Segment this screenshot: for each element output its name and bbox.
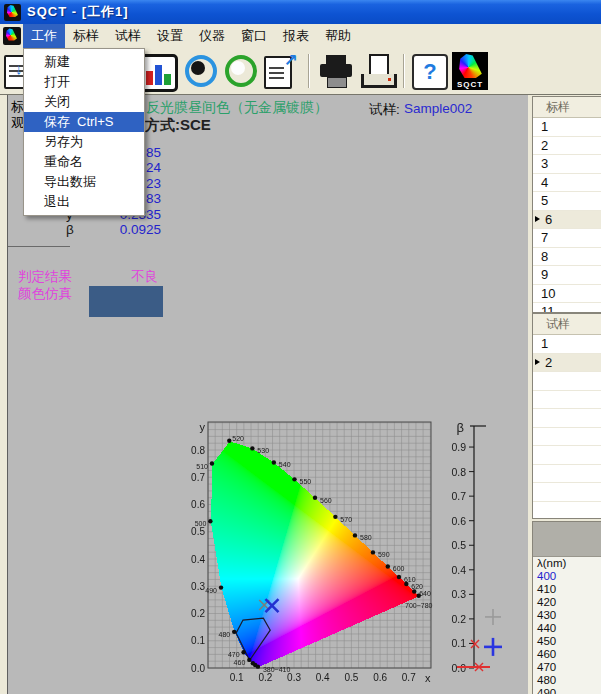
target-sample-icon[interactable]	[222, 52, 258, 90]
empty-row[interactable]	[533, 409, 601, 428]
table-row[interactable]: 7	[533, 229, 601, 248]
wavelength-row[interactable]: 440	[533, 622, 601, 635]
menubar-item-help[interactable]: 帮助	[317, 24, 359, 48]
window-title: SQCT - [工作1]	[27, 3, 129, 21]
wavelength-row[interactable]: 450	[533, 635, 601, 648]
bar-chart-icon[interactable]	[140, 54, 178, 92]
svg-text:530: 530	[257, 447, 269, 454]
svg-text:700~780: 700~780	[405, 602, 433, 609]
empty-row[interactable]	[533, 372, 601, 391]
menu-dropdown-work: 新建打开关闭保存Ctrl+S另存为重命名导出数据退出	[23, 48, 145, 216]
table-row[interactable]: 1	[533, 118, 601, 137]
svg-text:0.6: 0.6	[451, 515, 466, 527]
blue-bar	[155, 65, 162, 85]
cie-logo-shape	[6, 5, 19, 18]
child-window-icon[interactable]	[3, 27, 21, 45]
table-row[interactable]: 9	[533, 266, 601, 285]
print-icon[interactable]	[317, 52, 355, 90]
svg-text:0.2: 0.2	[451, 613, 466, 625]
cie-logo-shape	[457, 53, 484, 79]
current-row-marker-icon	[535, 216, 540, 222]
menu-item-new[interactable]: 新建	[24, 52, 144, 72]
menubar-item-window[interactable]: 窗口	[233, 24, 275, 48]
menubar-item-report[interactable]: 报表	[275, 24, 317, 48]
wavelength-list: λ(nm)400410420430440450460470480490	[533, 557, 601, 694]
standard-sample-table: 标样1234567891011	[532, 96, 601, 313]
table-row[interactable]: 2	[533, 354, 601, 373]
table-row[interactable]: 11	[533, 303, 601, 313]
wavelength-row[interactable]: 480	[533, 674, 601, 687]
menubar-item-instrument[interactable]: 仪器	[191, 24, 233, 48]
menu-item-exit[interactable]: 退出	[24, 192, 144, 212]
white-center-dot	[231, 61, 245, 75]
table-row[interactable]: 1	[533, 335, 601, 354]
wavelength-row[interactable]: 430	[533, 609, 601, 622]
menu-item-save[interactable]: 保存Ctrl+S	[24, 112, 144, 132]
menu-item-export-data[interactable]: 导出数据	[24, 172, 144, 192]
svg-text:510: 510	[196, 463, 208, 470]
svg-text:0.4: 0.4	[316, 672, 330, 683]
green-bar	[164, 74, 171, 85]
empty-row[interactable]	[533, 428, 601, 447]
mode-text: 方式:SCE	[145, 116, 211, 135]
blue-arrow-down: ↓	[15, 60, 23, 77]
svg-text:620: 620	[411, 583, 423, 590]
wavelength-row[interactable]: 470	[533, 661, 601, 674]
export-report-icon[interactable]: ↗	[261, 52, 299, 90]
menu-item-label: 新建	[44, 54, 70, 69]
menubar-item-sample[interactable]: 试样	[107, 24, 149, 48]
wavelength-header: λ(nm)	[533, 557, 601, 570]
row-number: 3	[541, 156, 548, 171]
table-row[interactable]: 5	[533, 192, 601, 211]
table-row[interactable]: 6	[533, 211, 601, 230]
menubar-item-standard[interactable]: 标样	[65, 24, 107, 48]
wavelength-row[interactable]: 400	[533, 570, 601, 583]
value-label: β	[66, 222, 74, 237]
help-icon[interactable]: ?	[412, 54, 448, 90]
print-preview-icon[interactable]	[358, 52, 396, 90]
sqct-logo-icon[interactable]: SQCT	[452, 52, 488, 90]
svg-text:480: 480	[218, 631, 230, 638]
svg-text:0.0: 0.0	[191, 663, 205, 674]
table-row[interactable]: 8	[533, 248, 601, 267]
value-number: 24	[146, 160, 161, 175]
svg-text:560: 560	[320, 497, 332, 504]
wavelength-row[interactable]: 460	[533, 648, 601, 661]
table-row[interactable]: 2	[533, 137, 601, 156]
menu-item-close[interactable]: 关闭	[24, 92, 144, 112]
chromaticity-chart: yx0.10.20.30.40.50.60.70.00.10.20.30.40.…	[189, 414, 503, 694]
empty-row[interactable]	[533, 502, 601, 520]
menu-item-label: 重命名	[44, 154, 83, 169]
wavelength-row[interactable]: 410	[533, 583, 601, 596]
empty-row[interactable]	[533, 483, 601, 502]
empty-row[interactable]	[533, 446, 601, 465]
svg-text:0.2: 0.2	[258, 672, 272, 683]
table-row[interactable]: 4	[533, 174, 601, 193]
menu-item-open[interactable]: 打开	[24, 72, 144, 92]
row-number: 1	[541, 336, 548, 351]
table-row[interactable]: 10	[533, 285, 601, 304]
menu-item-save-as[interactable]: 另存为	[24, 132, 144, 152]
menu-item-label: 退出	[44, 194, 70, 209]
row-number: 1	[541, 119, 548, 134]
menubar-item-settings[interactable]: 设置	[149, 24, 191, 48]
wavelength-row[interactable]: 490	[533, 687, 601, 694]
wavelength-panel-header-area	[533, 522, 601, 557]
current-row-marker-icon	[535, 359, 540, 365]
printer-body	[320, 64, 352, 77]
sample-label: 试样:	[369, 101, 400, 119]
svg-text:570: 570	[340, 516, 352, 523]
svg-text:0.4: 0.4	[451, 564, 466, 576]
target-standard-icon[interactable]	[182, 52, 218, 90]
menu-item-rename[interactable]: 重命名	[24, 152, 144, 172]
menu-item-label: 导出数据	[44, 174, 96, 189]
empty-row[interactable]	[533, 465, 601, 484]
svg-text:0.7: 0.7	[451, 490, 466, 502]
red-bar	[146, 71, 153, 85]
toolbar-separator	[308, 54, 310, 88]
empty-row[interactable]	[533, 391, 601, 410]
table-row[interactable]: 3	[533, 155, 601, 174]
menubar-item-work[interactable]: 工作	[23, 24, 65, 48]
svg-text:0.5: 0.5	[191, 526, 205, 537]
wavelength-row[interactable]: 420	[533, 596, 601, 609]
